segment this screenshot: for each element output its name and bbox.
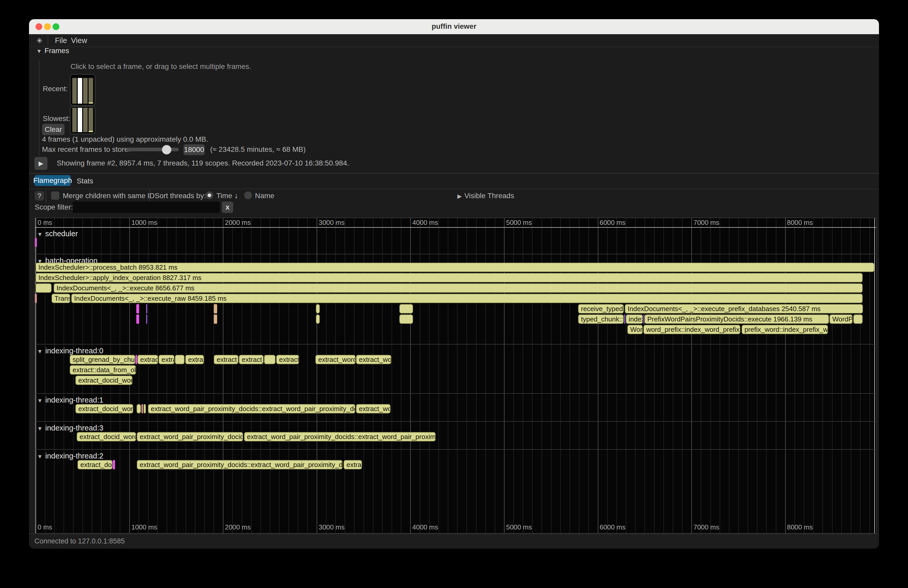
merge-children-checkbox[interactable] [51, 191, 60, 200]
scope-bar[interactable]: extract_word [316, 355, 356, 364]
scope-tick-salmon[interactable] [142, 404, 143, 413]
scope-bar[interactable]: Trans [52, 294, 70, 303]
scope-bar[interactable]: extract_ [214, 355, 238, 364]
scope-tick-magenta[interactable] [136, 315, 139, 324]
scope-tick-tan[interactable] [214, 315, 217, 324]
scope-bar[interactable]: IndexDocuments<_, _>::execute_prefix_dat… [625, 304, 863, 313]
frame-bar[interactable] [83, 108, 88, 132]
recent-frames-thumbnail[interactable] [70, 74, 95, 106]
scope-bar[interactable] [316, 304, 320, 313]
scope-tick-salmon[interactable] [35, 294, 37, 303]
scope-filter-input[interactable] [72, 201, 220, 213]
scope-tick-magenta[interactable] [35, 238, 37, 247]
sort-name-label[interactable]: Name [255, 192, 274, 200]
thread-header-indexing-thread:1[interactable]: ▼indexing-thread:1 [37, 396, 103, 404]
sort-direction-icon[interactable]: ↓ [235, 192, 238, 200]
thread-header-indexing-thread:2[interactable]: ▼indexing-thread:2 [37, 452, 103, 460]
theme-toggle-icon[interactable]: ✳ [36, 36, 42, 45]
scope-bar[interactable]: word_prefix::index_word_prefix_ [644, 325, 741, 334]
max-frames-value[interactable]: 18000 [184, 144, 205, 155]
frame-bar[interactable] [89, 108, 93, 131]
max-frames-slider-knob[interactable] [162, 145, 171, 154]
scope-bar[interactable] [399, 315, 413, 324]
frame-bar[interactable] [72, 78, 77, 104]
scope-tick-purple[interactable] [644, 315, 644, 324]
scope-bar[interactable]: extract_docid_word [76, 404, 133, 413]
scope-bar[interactable] [853, 315, 863, 324]
scope-bar[interactable]: extract_word_pair_proximity_docids::extr… [148, 404, 355, 413]
scope-bar[interactable]: extract [276, 355, 299, 364]
scope-bar[interactable]: WordPr [829, 315, 853, 324]
scope-bar[interactable] [316, 315, 320, 324]
clear-button[interactable]: Clear [42, 124, 64, 135]
scope-bar[interactable]: extract_docid_word [77, 432, 136, 442]
visible-threads-header[interactable]: ▶Visible Threads [457, 192, 514, 200]
scope-bar[interactable]: extract [137, 355, 158, 364]
merge-children-label[interactable]: Merge children with same ID [63, 192, 155, 200]
scope-tick-magenta[interactable] [113, 460, 115, 469]
scope-bar[interactable] [35, 283, 52, 293]
help-button[interactable]: ? [35, 191, 44, 201]
tab-flamegraph[interactable]: Flamegraph [34, 175, 71, 186]
time-axis-label: 5000 ms [506, 523, 532, 531]
scope-tick-purple[interactable] [146, 315, 147, 324]
scope-bar[interactable] [264, 355, 275, 364]
scope-bar[interactable]: Word [627, 325, 642, 334]
scope-bar[interactable]: extract_ [239, 355, 264, 364]
scope-bar[interactable] [143, 404, 146, 413]
scope-bar[interactable]: extract::data_from_ob [70, 365, 136, 374]
scope-bar[interactable] [137, 404, 141, 413]
scope-bar[interactable]: split_grenad_by_chun [70, 355, 135, 364]
scope-tick-tan[interactable] [214, 304, 217, 313]
slowest-frames-thumbnail[interactable] [70, 106, 95, 134]
scope-bar[interactable]: extract_wo [356, 355, 391, 364]
time-axis-label: 7000 ms [694, 218, 720, 227]
tab-stats[interactable]: Stats [77, 177, 93, 185]
menu-separator [48, 36, 48, 45]
thread-header-indexing-thread:0[interactable]: ▼indexing-thread:0 [37, 347, 103, 355]
clear-filter-button[interactable]: x [222, 201, 233, 213]
frame-bar-selected[interactable] [78, 78, 82, 104]
scope-bar[interactable]: extract_doc [77, 460, 113, 469]
scope-bar[interactable]: receive_typed [578, 304, 624, 313]
frame-bar[interactable] [72, 108, 77, 132]
slowest-label: Slowest: [43, 114, 70, 123]
scope-tick-purple[interactable] [146, 304, 147, 313]
sort-name-radio[interactable] [244, 191, 252, 199]
thread-header-indexing-thread:3[interactable]: ▼indexing-thread:3 [37, 424, 103, 432]
scope-bar[interactable]: extrac [344, 460, 362, 469]
scope-bar[interactable]: extract_docid_wor [76, 376, 132, 385]
frame-bar-selected[interactable] [78, 108, 82, 132]
scope-bar[interactable]: extract_wo [356, 404, 391, 413]
scope-bar[interactable]: extrac [185, 355, 204, 364]
scope-bar[interactable]: extract_word_pair_proximity_docids [137, 432, 243, 442]
scope-bar[interactable]: extra [159, 355, 174, 364]
menu-view[interactable]: View [71, 36, 87, 45]
flamegraph-canvas[interactable]: 0 ms0 ms1000 ms1000 ms2000 ms2000 ms3000… [34, 218, 877, 533]
scope-bar[interactable]: IndexDocuments<_, _>::execute 8656.677 m… [54, 283, 863, 293]
sort-time-radio[interactable] [206, 191, 213, 199]
thread-header-scheduler[interactable]: ▼scheduler [37, 230, 78, 238]
play-button[interactable]: ▶ [34, 157, 47, 170]
scope-tick-magenta[interactable] [135, 355, 137, 364]
scope-bar[interactable]: extract_word_pair_proximity_docids::extr… [137, 460, 343, 469]
scope-bar[interactable]: IndexDocuments<_, _>::execute_raw 8459.1… [71, 294, 863, 303]
scope-bar[interactable] [399, 304, 413, 313]
scope-bar[interactable]: prefix_word::index_prefix_wo [742, 325, 828, 334]
scope-bar[interactable]: IndexScheduler>::process_batch 8953.821 … [35, 263, 874, 272]
scope-bar[interactable]: index [626, 315, 643, 324]
scope-bar[interactable]: typed_chunk::w [578, 315, 624, 324]
scope-tick-magenta[interactable] [136, 304, 139, 313]
scope-bar[interactable] [175, 355, 185, 364]
scope-tick-purple[interactable] [624, 315, 625, 324]
frame-bar[interactable] [83, 78, 88, 104]
menu-file[interactable]: File [55, 36, 67, 45]
thread-name: indexing-thread:1 [45, 396, 103, 404]
scope-bar[interactable]: extract_word_pair_proximity_docids::extr… [244, 432, 436, 442]
sort-time-label[interactable]: Time [216, 192, 232, 200]
scope-bar[interactable]: PrefixWordPairsProximityDocids::execute … [644, 315, 829, 324]
frames-header[interactable]: ▼Frames [36, 47, 69, 55]
scope-bar[interactable]: IndexScheduler>::apply_index_operation 8… [35, 273, 863, 282]
frames-info: 4 frames (1 unpacked) using approximatel… [42, 135, 208, 143]
frame-bar[interactable] [89, 78, 93, 103]
